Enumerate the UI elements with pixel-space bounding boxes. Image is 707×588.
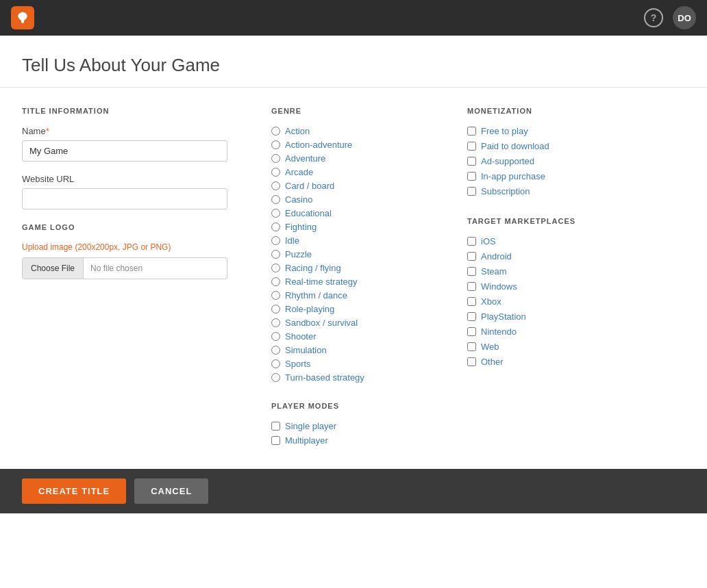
cancel-button[interactable]: CANCEL (134, 478, 208, 504)
player-mode-label[interactable]: Multiplayer (285, 435, 328, 446)
page-title: Tell Us About Your Game (22, 55, 685, 76)
genre-radio-card-/-board[interactable] (271, 181, 280, 190)
genre-radio-racing-/-flying[interactable] (271, 264, 280, 272)
genre-label[interactable]: Educational (285, 208, 332, 218)
create-title-button[interactable]: CREATE TITLE (22, 478, 126, 504)
monetization-checkbox-paid-to-download[interactable] (467, 142, 476, 151)
marketplace-label[interactable]: Steam (481, 266, 507, 277)
genre-label[interactable]: Simulation (285, 345, 327, 355)
topbar-right: ? DO (644, 6, 696, 29)
middle-column: GENRE ActionAction-adventureAdventureArc… (255, 107, 447, 450)
marketplace-label[interactable]: iOS (481, 236, 496, 246)
genre-label[interactable]: Action (285, 126, 310, 136)
genre-list: ActionAction-adventureAdventureArcadeCar… (271, 126, 447, 383)
monetization-checkbox-subscription[interactable] (467, 187, 476, 196)
genre-radio-rhythm-/-dance[interactable] (271, 291, 280, 300)
genre-radio-simulation[interactable] (271, 346, 280, 355)
genre-item: Idle (271, 235, 447, 246)
help-icon[interactable]: ? (644, 8, 663, 27)
marketplace-label[interactable]: Xbox (481, 296, 501, 307)
marketplace-item: iOS (467, 236, 685, 246)
avatar[interactable]: DO (673, 6, 696, 29)
marketplace-label[interactable]: PlayStation (481, 311, 526, 322)
genre-item: Simulation (271, 345, 447, 355)
footer-bar: CREATE TITLE CANCEL (0, 469, 707, 513)
genre-radio-casino[interactable] (271, 195, 280, 204)
choose-file-button[interactable]: Choose File (23, 258, 84, 279)
genre-label[interactable]: Real-time strategy (285, 277, 357, 287)
genre-label[interactable]: Turn-based strategy (285, 372, 364, 383)
marketplace-label[interactable]: Web (481, 342, 499, 352)
monetization-label[interactable]: Paid to download (481, 141, 549, 151)
monetization-label[interactable]: Ad-supported (481, 156, 534, 166)
genre-label[interactable]: Sandbox / survival (285, 318, 358, 328)
marketplace-item: Nintendo (467, 327, 685, 337)
marketplace-item: PlayStation (467, 311, 685, 322)
genre-item: Arcade (271, 167, 447, 177)
genre-label[interactable]: Shooter (285, 331, 317, 342)
genre-label[interactable]: Adventure (285, 153, 325, 164)
marketplace-label[interactable]: Android (481, 251, 512, 261)
genre-radio-adventure[interactable] (271, 154, 280, 163)
genre-label[interactable]: Arcade (285, 167, 313, 177)
genre-radio-shooter[interactable] (271, 332, 280, 341)
monetization-checkbox-ad-supported[interactable] (467, 157, 476, 166)
genre-radio-arcade[interactable] (271, 168, 280, 177)
genre-label[interactable]: Role-playing (285, 304, 334, 314)
monetization-label[interactable]: In-app purchase (481, 171, 545, 181)
player-modes-list: Single playerMultiplayer (271, 421, 447, 446)
genre-radio-turn-based-strategy[interactable] (271, 373, 280, 382)
marketplace-checkbox-ios[interactable] (467, 237, 476, 246)
monetization-checkbox-free-to-play[interactable] (467, 127, 476, 136)
genre-radio-puzzle[interactable] (271, 250, 280, 259)
name-input[interactable] (22, 140, 227, 162)
genre-item: Turn-based strategy (271, 372, 447, 383)
monetization-section: MONETIZATION Free to playPaid to downloa… (467, 107, 685, 196)
genre-label[interactable]: Racing / flying (285, 263, 341, 273)
file-chosen-label: No file chosen (84, 258, 149, 279)
genre-label[interactable]: Puzzle (285, 249, 312, 259)
marketplace-checkbox-steam[interactable] (467, 267, 476, 276)
monetization-item: Subscription (467, 186, 685, 196)
monetization-label[interactable]: Subscription (481, 186, 530, 196)
marketplace-checkbox-android[interactable] (467, 252, 476, 261)
marketplace-checkbox-web[interactable] (467, 342, 476, 351)
genre-item: Card / board (271, 181, 447, 191)
genre-radio-action-adventure[interactable] (271, 140, 280, 149)
genre-label[interactable]: Rhythm / dance (285, 290, 347, 301)
marketplace-item: Steam (467, 266, 685, 277)
marketplace-label[interactable]: Other (481, 357, 504, 367)
website-input[interactable] (22, 188, 227, 209)
genre-label[interactable]: Fighting (285, 222, 317, 232)
genre-label[interactable]: Action-adventure (285, 140, 352, 150)
genre-radio-role-playing[interactable] (271, 305, 280, 314)
right-column: MONETIZATION Free to playPaid to downloa… (447, 107, 685, 450)
genre-label[interactable]: Sports (285, 359, 311, 369)
genre-radio-educational[interactable] (271, 209, 280, 218)
genre-radio-sandbox-/-survival[interactable] (271, 318, 280, 327)
marketplace-checkbox-other[interactable] (467, 357, 476, 366)
monetization-checkbox-in-app-purchase[interactable] (467, 172, 476, 181)
player-mode-checkbox-single-player[interactable] (271, 422, 280, 431)
genre-radio-real-time-strategy[interactable] (271, 277, 280, 286)
form-body: TITLE INFORMATION Name* Website URL GAME… (0, 88, 707, 469)
genre-label[interactable]: Casino (285, 194, 312, 205)
marketplace-checkbox-xbox[interactable] (467, 297, 476, 306)
genre-radio-sports[interactable] (271, 359, 280, 368)
marketplace-checkbox-playstation[interactable] (467, 312, 476, 321)
file-input-wrapper: Choose File No file chosen (22, 257, 227, 279)
marketplace-checkbox-nintendo[interactable] (467, 327, 476, 336)
player-mode-label[interactable]: Single player (285, 421, 336, 431)
marketplace-item: Xbox (467, 296, 685, 307)
marketplace-checkbox-windows[interactable] (467, 282, 476, 291)
genre-radio-action[interactable] (271, 127, 280, 136)
monetization-label[interactable]: Free to play (481, 126, 528, 136)
player-mode-checkbox-multiplayer[interactable] (271, 436, 280, 445)
genre-label[interactable]: Card / board (285, 181, 334, 191)
genre-label[interactable]: Idle (285, 235, 299, 246)
marketplace-label[interactable]: Nintendo (481, 327, 517, 337)
player-mode-item: Multiplayer (271, 435, 447, 446)
genre-radio-idle[interactable] (271, 236, 280, 245)
genre-radio-fighting[interactable] (271, 222, 280, 231)
marketplace-label[interactable]: Windows (481, 281, 517, 292)
